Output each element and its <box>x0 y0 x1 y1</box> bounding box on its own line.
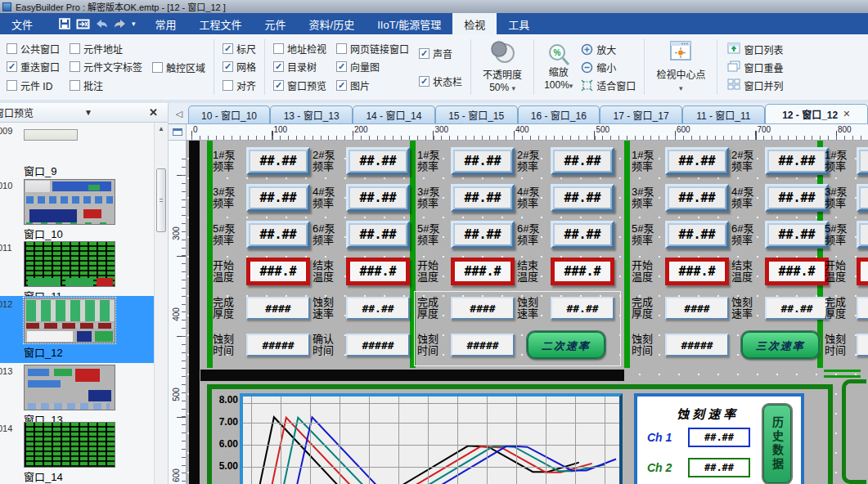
hmi-green-line[interactable] <box>824 370 861 372</box>
hmi-numeric-display[interactable]: ##.## <box>246 184 310 212</box>
checkbox-checked-icon[interactable]: ✓ <box>273 80 284 91</box>
window-list-button[interactable]: 窗口列表 <box>727 43 783 56</box>
document-tab-7[interactable]: 11 - 窗口_11 <box>682 105 765 123</box>
hmi-numeric-display[interactable]: ###.# <box>765 258 829 285</box>
ribbon-toggle[interactable]: ✓标尺 <box>223 42 256 56</box>
hmi-numeric-display[interactable]: ##.## <box>765 297 829 320</box>
hmi-field-label[interactable]: 3#泵 频率 <box>825 182 854 213</box>
checkbox-checked-icon[interactable]: ✓ <box>223 61 233 72</box>
hmi-field-label[interactable]: 完成 厚度 <box>825 293 854 324</box>
checkbox-icon[interactable] <box>7 43 17 54</box>
window-preview-item[interactable]: 012窗口_12 <box>0 296 154 363</box>
checkbox-icon[interactable] <box>70 43 80 54</box>
ribbon-toggle[interactable]: 元件文字标签 <box>70 60 142 74</box>
hmi-field-label[interactable]: 蚀刻 时间 <box>825 329 854 361</box>
hmi-numeric-display[interactable]: ##.## <box>451 184 515 212</box>
hmi-field-label[interactable]: 4#泵 频率 <box>313 182 344 213</box>
hmi-numeric-display[interactable]: #### <box>451 297 515 320</box>
hmi-numeric-display[interactable]: ##.## <box>346 297 410 320</box>
ribbon-toggle[interactable]: 元件 ID <box>7 78 60 92</box>
fit-window-button[interactable]: 适合窗口 <box>581 78 636 92</box>
hmi-field-label[interactable]: 结束 温度 <box>731 256 762 287</box>
hmi-field-label[interactable]: 1#泵 频率 <box>213 146 244 177</box>
trend-chart[interactable] <box>240 393 623 484</box>
hmi-field-label[interactable]: 2#泵 频率 <box>313 146 344 177</box>
hmi-numeric-display[interactable]: ##.## <box>346 184 410 212</box>
zoom-out-button[interactable]: 缩小 <box>581 60 636 74</box>
hmi-field-label[interactable]: 4#泵 频率 <box>517 182 548 213</box>
hmi-field-label[interactable]: 开始 温度 <box>213 256 244 287</box>
hmi-field-label[interactable]: 5#泵 频率 <box>213 219 244 250</box>
document-tab-3[interactable]: 14 - 窗口_14 <box>353 105 435 123</box>
view-center-control[interactable]: 检视中心点▾ <box>648 38 713 96</box>
hmi-numeric-display[interactable]: ###.# <box>857 258 868 285</box>
ribbon-toggle[interactable]: 元件地址 <box>70 42 142 56</box>
document-tab-4[interactable]: 15 - 窗口_15 <box>435 105 518 123</box>
ribbon-toggle[interactable]: 触控区域 <box>152 60 205 74</box>
hmi-group-separator[interactable] <box>410 141 416 368</box>
hmi-group-separator[interactable] <box>624 141 630 368</box>
hmi-field-label[interactable]: 蚀刻 时间 <box>213 329 244 361</box>
menu-tab-4[interactable]: 资料/历史 <box>298 13 367 34</box>
hmi-numeric-display[interactable]: #### <box>665 297 729 320</box>
checkbox-icon[interactable] <box>152 62 163 73</box>
checkbox-checked-icon[interactable]: ✓ <box>419 48 430 59</box>
hmi-field-label[interactable]: 蚀刻 时间 <box>632 329 663 361</box>
hmi-numeric-display[interactable]: ###.# <box>665 258 729 285</box>
hmi-numeric-display[interactable]: ##.## <box>857 221 868 249</box>
hmi-numeric-display[interactable]: ###.# <box>451 258 515 285</box>
hmi-field-label[interactable]: 2#泵 频率 <box>517 146 548 177</box>
hmi-numeric-display[interactable]: ##.## <box>857 184 868 212</box>
hmi-rate-button[interactable]: 三次速率 <box>741 331 820 359</box>
etch-rate-panel[interactable]: 蚀刻速率 历史数据 清 Ch 1##.##Ch 2##.##Ch 3##.## <box>634 393 804 484</box>
hmi-numeric-display[interactable]: ##.## <box>765 184 829 212</box>
hmi-field-label[interactable]: 6#泵 频率 <box>313 219 344 250</box>
hmi-numeric-display[interactable]: ##.## <box>551 297 614 320</box>
hmi-numeric-display[interactable]: ##.## <box>765 147 829 175</box>
ribbon-toggle[interactable]: 批注 <box>70 78 142 92</box>
ruler-corner[interactable] <box>169 124 187 141</box>
hmi-numeric-display[interactable]: ##.## <box>346 221 410 249</box>
file-menu[interactable]: 文件 <box>0 13 44 34</box>
next-section-panel[interactable] <box>842 379 866 484</box>
menu-tab-2[interactable]: 工程文件 <box>188 13 254 34</box>
hmi-numeric-display[interactable]: ##.## <box>551 184 614 212</box>
window-thumbnail[interactable] <box>24 365 115 410</box>
hmi-field-label[interactable]: 开始 温度 <box>632 256 663 287</box>
hmi-numeric-display[interactable]: ##### <box>246 334 310 356</box>
window-preview-item[interactable]: 011窗口_11 <box>0 240 154 296</box>
zoom-in-button[interactable]: 放大 <box>581 43 636 56</box>
hmi-field-label[interactable]: 5#泵 频率 <box>632 219 663 250</box>
hmi-numeric-display[interactable]: ##.## <box>765 221 829 249</box>
window-preview-item[interactable]: 010窗口_10 <box>0 177 154 240</box>
hmi-field-label[interactable]: 完成 厚度 <box>213 293 244 324</box>
hmi-field-label[interactable]: 4#泵 频率 <box>731 182 762 213</box>
ribbon-toggle[interactable]: ✓向量图 <box>336 60 409 74</box>
ribbon-toggle[interactable]: 网页链接窗口 <box>336 42 409 56</box>
window-thumbnail[interactable] <box>24 129 78 141</box>
hmi-rate-button[interactable]: 二次速率 <box>527 331 605 359</box>
checkbox-icon[interactable] <box>223 80 233 91</box>
channel-value-display[interactable]: ##.## <box>688 428 750 447</box>
hmi-numeric-display[interactable]: ##.## <box>246 221 310 249</box>
hmi-field-label[interactable]: 2#泵 频率 <box>731 146 762 177</box>
menu-tab-7[interactable]: 工具 <box>497 13 541 34</box>
window-thumbnail[interactable] <box>24 241 115 287</box>
window-thumbnail[interactable] <box>24 422 115 468</box>
hmi-numeric-display[interactable]: ##.## <box>246 147 310 175</box>
checkbox-icon[interactable] <box>273 43 284 54</box>
ribbon-toggle[interactable]: ✓目录树 <box>273 60 326 74</box>
ribbon-toggle[interactable]: ✓重迭窗口 <box>7 60 60 74</box>
ribbon-toggle[interactable]: ✓图片 <box>336 78 409 92</box>
hmi-group-separator[interactable] <box>207 141 213 368</box>
hmi-field-label[interactable]: 蚀刻 速率 <box>731 293 762 324</box>
hmi-numeric-display[interactable]: ##.## <box>346 147 410 175</box>
undo-icon[interactable] <box>96 19 108 29</box>
scroll-up-icon[interactable]: ▲ <box>155 123 168 136</box>
hmi-numeric-display[interactable]: ##.## <box>451 221 515 249</box>
hmi-black-strip[interactable] <box>189 141 200 484</box>
hmi-black-bar[interactable] <box>200 370 624 381</box>
menu-tab-5[interactable]: IIoT/能源管理 <box>366 13 452 34</box>
hmi-field-label[interactable]: 完成 厚度 <box>417 293 448 324</box>
hmi-field-label[interactable]: 蚀刻 速率 <box>313 293 344 324</box>
